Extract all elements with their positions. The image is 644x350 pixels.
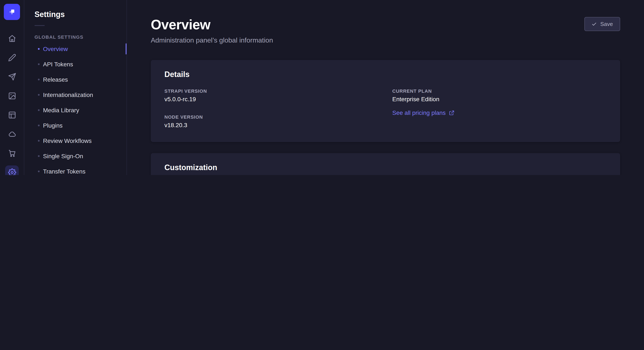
nav-content-manager-button[interactable] [5,108,19,122]
layout-icon [8,111,16,119]
media-library-icon [8,92,16,100]
app-window: KD Settings GLOBAL SETTINGS Overview API… [0,0,644,175]
bullet-icon [38,48,40,50]
home-icon [8,34,16,42]
bullet-icon [38,125,40,126]
subnav-item-plugins[interactable]: Plugins [24,118,126,133]
subnav-item-label: Media Library [43,107,79,114]
subnav-item-label: Review Workflows [43,137,92,144]
details-right-column: CURRENT PLAN Enterprise Edition See all … [392,88,606,128]
cloud-icon [8,130,16,138]
details-grid: STRAPI VERSION v5.0.0-rc.19 NODE VERSION… [164,88,606,128]
save-button-label: Save [600,21,613,27]
subnav-item-review-workflows[interactable]: Review Workflows [24,133,126,149]
section-global-settings: GLOBAL SETTINGS Overview API Tokens Rele… [24,34,126,175]
bullet-icon [38,140,40,142]
page-subtitle: Administration panel’s global informatio… [151,37,273,44]
save-button[interactable]: Save [584,17,620,31]
subnav-item-label: Plugins [43,122,62,129]
subnav-item-transfer-tokens[interactable]: Transfer Tokens [24,164,126,175]
pricing-plans-link[interactable]: See all pricing plans [392,109,455,116]
strapi-logo-button[interactable] [4,4,20,20]
details-card-title: Details [164,70,606,79]
bullet-icon [38,79,40,80]
bullet-icon [38,155,40,157]
settings-subnav: Settings GLOBAL SETTINGS Overview API To… [24,0,127,175]
nav-settings-button[interactable] [5,166,19,175]
subnav-title: Settings [34,10,126,19]
nav-marketplace-button[interactable] [5,146,19,160]
field-label: NODE VERSION [164,114,379,120]
subnav-title-divider [34,25,45,26]
main-content: Overview Administration panel’s global i… [127,0,644,175]
external-link-icon [449,110,455,116]
subnav-item-label: Overview [43,45,68,52]
field-label: CURRENT PLAN [392,88,606,94]
main-nav-rail: KD [0,0,24,175]
details-card: Details STRAPI VERSION v5.0.0-rc.19 NODE… [151,60,620,142]
pricing-plans-link-label: See all pricing plans [392,109,446,116]
details-left-column: STRAPI VERSION v5.0.0-rc.19 NODE VERSION… [164,88,379,128]
check-icon [592,21,597,26]
settings-icon [8,168,16,175]
field-value: Enterprise Edition [392,96,606,103]
rail-nav [4,31,20,175]
current-plan-field: CURRENT PLAN Enterprise Edition [392,88,606,103]
bullet-icon [38,63,40,65]
subnav-item-media-library[interactable]: Media Library [24,103,126,118]
page-title: Overview [151,17,273,33]
page-header-text: Overview Administration panel’s global i… [151,17,273,44]
subnav-item-label: Internationalization [43,91,93,98]
field-value: v5.0.0-rc.19 [164,96,379,103]
field-value: v18.20.3 [164,122,379,128]
customization-constraints: Max dimension: 750×750, Max file size: 1… [164,174,606,175]
nav-home-button[interactable] [5,31,19,45]
customization-card: Customization Max dimension: 750×750, Ma… [151,153,620,175]
section-label: GLOBAL SETTINGS [34,34,126,39]
node-version-field: NODE VERSION v18.20.3 [164,114,379,128]
subnav-item-api-tokens[interactable]: API Tokens [24,57,126,72]
strapi-version-field: STRAPI VERSION v5.0.0-rc.19 [164,88,379,103]
paper-plane-icon [8,72,16,81]
nav-deploy-button[interactable] [5,70,19,83]
subnav-item-overview[interactable]: Overview [24,41,126,57]
bullet-icon [38,94,40,96]
nav-content-builder-button[interactable] [5,51,19,64]
nav-media-library-button[interactable] [5,89,19,103]
field-label: STRAPI VERSION [164,88,379,94]
subnav-item-label: Transfer Tokens [43,168,86,175]
bullet-icon [38,171,40,172]
nav-cloud-button[interactable] [5,127,19,141]
subnav-item-label: Single Sign-On [43,153,83,160]
bullet-icon [38,109,40,111]
subnav-item-internationalization[interactable]: Internationalization [24,87,126,103]
subnav-item-single-sign-on[interactable]: Single Sign-On [24,149,126,164]
strapi-logo-icon [7,7,16,16]
paintbrush-icon [8,53,16,61]
subnav-item-releases[interactable]: Releases [24,72,126,87]
rail-top [4,4,20,175]
subnav-item-label: Releases [43,76,68,83]
subnav-item-label: API Tokens [43,61,73,68]
cart-icon [8,149,16,157]
page-header: Overview Administration panel’s global i… [151,17,620,44]
customization-card-title: Customization [164,163,606,172]
